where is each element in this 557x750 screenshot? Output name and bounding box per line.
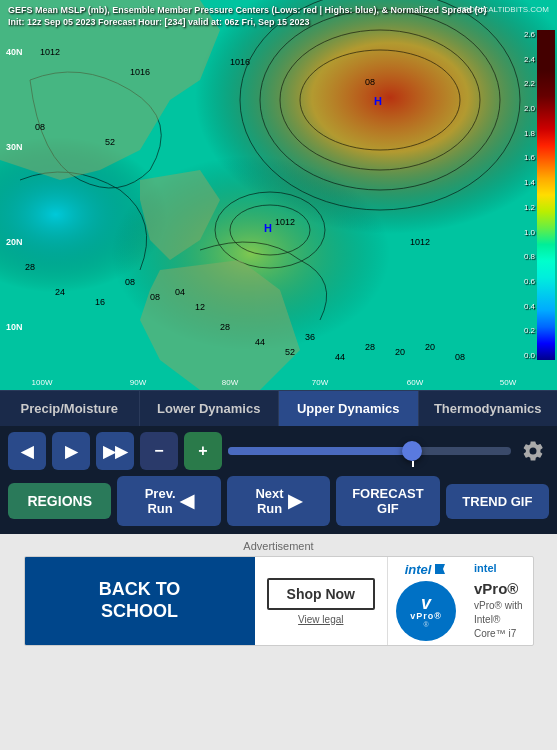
plus-button[interactable]: +	[184, 432, 222, 470]
svg-text:1016: 1016	[130, 67, 150, 77]
intel-vpro-badge: v vPro® ®	[396, 581, 456, 641]
slider-tick	[412, 461, 414, 467]
tab-upper-dynamics[interactable]: Upper Dynamics	[279, 391, 419, 426]
svg-text:20: 20	[395, 347, 405, 357]
svg-text:04: 04	[175, 287, 185, 297]
scale-labels: 2.6 2.4 2.2 2.0 1.8 1.6 1.4 1.2 1.0 0.8 …	[524, 30, 535, 360]
map-image: 1012 1016 1016 08 08 52 1012 1012 28 24 …	[0, 0, 557, 390]
play-button[interactable]: ▶	[52, 432, 90, 470]
svg-text:44: 44	[255, 337, 265, 347]
tab-precip-moisture[interactable]: Precip/Moisture	[0, 391, 140, 426]
tab-thermodynamics[interactable]: Thermodynamics	[419, 391, 558, 426]
svg-text:90W: 90W	[130, 378, 147, 387]
trend-gif-button[interactable]: TREND GIF	[446, 484, 549, 519]
map-title: GEFS Mean MSLP (mb), Ensemble Member Pre…	[8, 5, 487, 28]
svg-text:60W: 60W	[407, 378, 424, 387]
color-scale-bar	[537, 30, 555, 360]
intel-flag-icon	[433, 562, 447, 576]
svg-text:1012: 1012	[275, 217, 295, 227]
intel-brand-label: intel	[405, 562, 432, 577]
svg-text:H: H	[374, 95, 382, 107]
forward-button[interactable]: ▶▶	[96, 432, 134, 470]
ad-back-to-school: BACK TOSCHOOL	[25, 557, 255, 645]
prev-run-label: Prev.Run	[145, 486, 176, 516]
svg-text:1012: 1012	[40, 47, 60, 57]
ad-section: Advertisement BACK TOSCHOOL Shop Now Vie…	[0, 534, 557, 750]
action-bar: REGIONS Prev.Run ◀ NextRun ▶ FORECAST GI…	[0, 476, 557, 534]
svg-text:70W: 70W	[312, 378, 329, 387]
svg-text:40N: 40N	[6, 47, 23, 57]
svg-text:20N: 20N	[6, 237, 23, 247]
ad-shop-section: Shop Now View legal	[255, 568, 387, 635]
svg-text:28: 28	[365, 342, 375, 352]
next-run-arrow: ▶	[288, 490, 302, 512]
svg-text:30N: 30N	[6, 142, 23, 152]
next-run-button[interactable]: NextRun ▶	[227, 476, 330, 526]
shop-now-button[interactable]: Shop Now	[267, 578, 375, 610]
svg-text:52: 52	[105, 137, 115, 147]
gear-icon	[521, 439, 545, 463]
map-site: TROPICALTIDBITS.COM	[458, 5, 549, 14]
prev-run-button[interactable]: Prev.Run ◀	[117, 476, 220, 526]
nav-tabs: Precip/Moisture Lower Dynamics Upper Dyn…	[0, 390, 557, 426]
svg-text:16: 16	[95, 297, 105, 307]
forecast-gif-button[interactable]: FORECAST GIF	[336, 476, 439, 526]
svg-text:10N: 10N	[6, 322, 23, 332]
ad-left-text: BACK TOSCHOOL	[99, 579, 181, 622]
svg-text:08: 08	[455, 352, 465, 362]
tab-lower-dynamics[interactable]: Lower Dynamics	[140, 391, 280, 426]
next-run-label: NextRun	[255, 486, 283, 516]
regions-button[interactable]: REGIONS	[8, 483, 111, 519]
svg-text:36: 36	[305, 332, 315, 342]
svg-text:100W: 100W	[32, 378, 53, 387]
intel-vpro-description: intel vPro® vPro® with Intel® Core™ i7	[464, 556, 533, 646]
slider-fill	[228, 447, 412, 455]
minus-button[interactable]: −	[140, 432, 178, 470]
ad-banner: BACK TOSCHOOL Shop Now View legal intel …	[24, 556, 534, 646]
svg-text:1016: 1016	[230, 57, 250, 67]
svg-text:50W: 50W	[500, 378, 517, 387]
svg-text:08: 08	[150, 292, 160, 302]
svg-text:28: 28	[25, 262, 35, 272]
back-button[interactable]: ◀	[8, 432, 46, 470]
settings-button[interactable]	[517, 435, 549, 467]
view-legal-link[interactable]: View legal	[298, 614, 343, 625]
svg-text:08: 08	[125, 277, 135, 287]
intel-logo-section: intel v vPro® ®	[387, 556, 464, 646]
advertisement-label: Advertisement	[243, 534, 313, 556]
controls-bar: ◀ ▶ ▶▶ − +	[0, 426, 557, 476]
svg-text:24: 24	[55, 287, 65, 297]
svg-text:1012: 1012	[410, 237, 430, 247]
prev-run-arrow: ◀	[180, 490, 194, 512]
svg-text:52: 52	[285, 347, 295, 357]
timeline-slider-container	[228, 432, 511, 470]
svg-text:44: 44	[335, 352, 345, 362]
slider-track[interactable]	[228, 447, 511, 455]
svg-text:12: 12	[195, 302, 205, 312]
svg-text:08: 08	[35, 122, 45, 132]
svg-text:H: H	[264, 222, 272, 234]
svg-text:20: 20	[425, 342, 435, 352]
slider-thumb[interactable]	[402, 441, 422, 461]
svg-text:08: 08	[365, 77, 375, 87]
map-container: 1012 1016 1016 08 08 52 1012 1012 28 24 …	[0, 0, 557, 390]
svg-text:28: 28	[220, 322, 230, 332]
svg-text:80W: 80W	[222, 378, 239, 387]
